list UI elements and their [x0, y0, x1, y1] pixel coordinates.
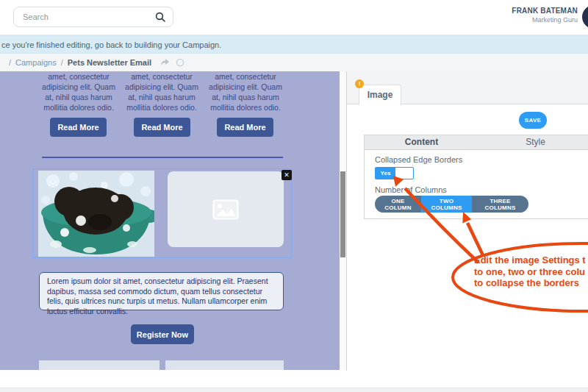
- bottom-strip: [0, 388, 588, 392]
- notification-bar: ce you're finished editing, go back to b…: [0, 35, 588, 54]
- warning-badge: !: [355, 79, 364, 88]
- top-bar: FRANK BATEMAN Marketing Guru: [0, 0, 588, 35]
- image-placeholder-icon: [212, 199, 239, 220]
- register-now-button[interactable]: Register Now: [131, 324, 194, 344]
- scrollbar-thumb[interactable]: [340, 171, 345, 257]
- breadcrumb: / Campaigns / Pets Newsletter Email: [0, 54, 588, 71]
- search-box[interactable]: [13, 7, 173, 27]
- email-partial-block: [165, 360, 284, 370]
- three-columns-button[interactable]: THREE COLUMNS: [472, 196, 528, 213]
- tab-content[interactable]: Content: [365, 135, 478, 149]
- forward-icon[interactable]: [160, 58, 170, 67]
- avatar[interactable]: [582, 5, 588, 29]
- save-button[interactable]: SAVE: [519, 112, 547, 129]
- image-placeholder[interactable]: [168, 171, 284, 247]
- email-divider: [42, 157, 283, 158]
- annotation-line: to one, two or three colu: [474, 266, 586, 278]
- collapsed-edge-borders-toggle[interactable]: Yes: [375, 167, 414, 179]
- annotation-line: to collapse the borders: [474, 277, 586, 289]
- campaign-email-editor: FRANK BATEMAN Marketing Guru ce you're f…: [0, 0, 588, 392]
- email-column-text[interactable]: amet, consectetur adipisicing elit. Quam…: [207, 71, 284, 113]
- toggle-yes[interactable]: Yes: [376, 168, 395, 179]
- user-block[interactable]: FRANK BATEMAN Marketing Guru: [448, 7, 578, 24]
- read-more-button[interactable]: Read More: [217, 118, 273, 137]
- annotation-line: Edit the image Settings t: [474, 254, 586, 266]
- breadcrumb-campaigns[interactable]: Campaigns: [15, 58, 57, 67]
- two-columns-button[interactable]: TWO COLUMNS: [421, 196, 472, 213]
- breadcrumb-current-page: Pets Newsletter Email: [68, 58, 151, 67]
- annotation-text: Edit the image Settings t to one, two or…: [474, 254, 586, 289]
- breadcrumb-separator: /: [61, 58, 63, 67]
- email-partial-block: [39, 360, 159, 370]
- number-of-columns-group: ONE COLUMN TWO COLUMNS THREE COLUMNS: [375, 196, 528, 213]
- annotation-ellipse: [453, 243, 588, 311]
- status-circle-icon[interactable]: [176, 58, 184, 67]
- email-text-block[interactable]: Lorem ipsum dolor sit amet, consectetur …: [39, 272, 284, 310]
- close-icon[interactable]: ✕: [282, 170, 292, 180]
- search-input[interactable]: [21, 12, 155, 22]
- breadcrumb-separator: /: [9, 58, 11, 67]
- email-column-text[interactable]: amet, consectetur adipisicing elit. Quam…: [123, 71, 201, 113]
- email-column-text[interactable]: amet, consectetur adipisicing elit. Quam…: [40, 71, 118, 113]
- panel-divider: [346, 71, 347, 371]
- dog-bath-photo[interactable]: [38, 171, 154, 257]
- tab-style[interactable]: Style: [478, 135, 588, 149]
- email-preview-canvas[interactable]: amet, consectetur adipisicing elit. Quam…: [0, 71, 340, 370]
- one-column-button[interactable]: ONE COLUMN: [375, 196, 421, 213]
- search-icon[interactable]: [155, 12, 165, 22]
- settings-content-box: Content Style Collapsed Edge Borders Yes…: [364, 135, 588, 219]
- read-more-button[interactable]: Read More: [50, 118, 107, 137]
- tab-image[interactable]: Image: [359, 85, 401, 105]
- annotation-arrow-to-columns: [467, 223, 483, 255]
- notification-message: ce you're finished editing, go back to b…: [1, 40, 221, 49]
- collapsed-edge-borders-label: Collapsed Edge Borders: [375, 155, 462, 164]
- number-of-columns-label: Number of Columns: [375, 185, 447, 194]
- read-more-button[interactable]: Read More: [134, 118, 190, 137]
- user-role: Marketing Guru: [448, 16, 578, 24]
- user-name: FRANK BATEMAN: [448, 7, 578, 16]
